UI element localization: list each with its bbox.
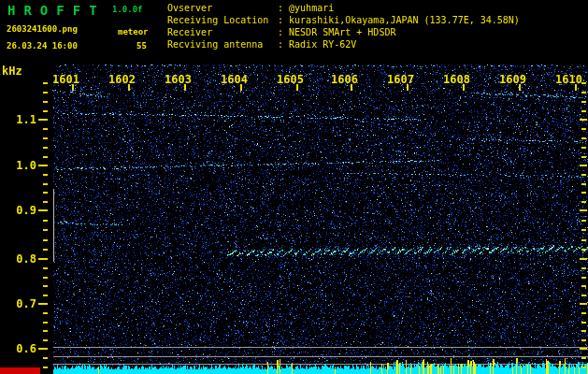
time-tick-label: 1604: [221, 74, 248, 85]
spectrogram-canvas: [0, 0, 588, 374]
meteor-count: 55: [136, 42, 147, 50]
freq-tick-label: 0.7: [0, 298, 36, 309]
info-row-label: Recviving antenna: [167, 40, 278, 50]
freq-tick-label: 0.6: [0, 343, 36, 354]
time-tick-label: 1607: [387, 74, 414, 85]
time-tick-label: 1602: [108, 74, 136, 85]
meteor-label: meteor: [118, 28, 149, 36]
info-row-separator: :: [278, 3, 289, 13]
hrofft-screen: HROFFT 1.0.0f 2603241600.png meteor 26.0…: [0, 0, 588, 374]
freq-tick-label: 0.8: [0, 253, 36, 265]
info-row-value: NESDR SMArt + HDSDR: [289, 27, 395, 37]
time-tick-label: 1603: [165, 74, 192, 85]
freq-tick-label: 1.1: [0, 114, 36, 125]
freq-unit-label: kHz: [2, 65, 22, 77]
time-tick-label: 1610: [555, 74, 582, 85]
info-row: Receiver: NESDR SMArt + HDSDR: [167, 28, 395, 37]
info-row-value: @yuhmari: [289, 3, 334, 13]
info-row-label: Receiver: [167, 28, 278, 37]
observation-datetime: 26.03.24 16:00: [7, 42, 78, 50]
info-row-separator: :: [278, 15, 289, 25]
info-row: Recviving antenna: Radix RY-62V: [167, 40, 356, 50]
info-row-label: Receiving Location: [167, 16, 278, 25]
info-row-value: kurashiki,Okayama,JAPAN (133.77E, 34.58N…: [289, 15, 520, 25]
app-title: HROFFT: [7, 4, 106, 17]
time-tick-label: 1606: [331, 74, 358, 85]
time-tick-label: 1609: [499, 74, 526, 85]
freq-tick-label: 0.9: [0, 205, 36, 216]
info-row: Receiving Location: kurashiki,Okayama,JA…: [167, 16, 520, 25]
freq-tick-label: 1.0: [0, 160, 36, 171]
output-filename: 2603241600.png: [7, 25, 78, 34]
time-tick-label: 1608: [443, 74, 470, 85]
info-row: Ovserver: @yuhmari: [167, 4, 334, 13]
time-tick-label: 1601: [52, 74, 79, 85]
info-row-separator: :: [278, 39, 289, 50]
info-row-separator: :: [278, 27, 289, 37]
app-version: 1.0.0f: [112, 6, 143, 14]
time-tick-label: 1605: [277, 74, 304, 85]
info-row-value: Radix RY-62V: [289, 39, 356, 50]
info-row-label: Ovserver: [167, 4, 278, 13]
